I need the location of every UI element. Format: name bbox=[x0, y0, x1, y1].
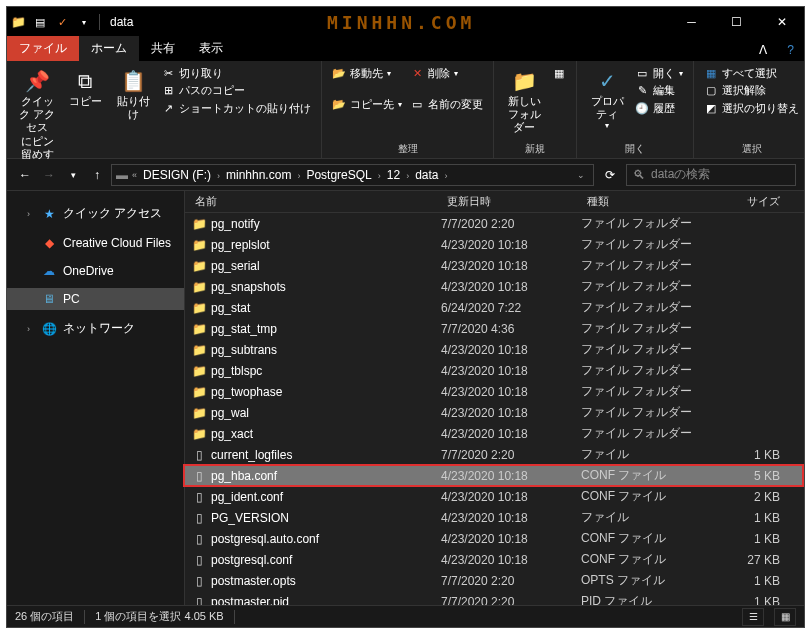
breadcrumb-item[interactable]: data bbox=[413, 168, 440, 182]
select-none-button[interactable]: ▢選択解除 bbox=[704, 82, 799, 99]
titlebar[interactable]: 📁 ▤ ✓ ▾ data MINHHN.COM ─ ☐ ✕ bbox=[7, 7, 804, 37]
folder-icon: 📁 bbox=[189, 385, 209, 399]
col-date[interactable]: 更新日時 bbox=[437, 194, 577, 209]
copy-button[interactable]: ⧉コピー bbox=[61, 63, 109, 112]
breadcrumb-item[interactable]: 12 bbox=[385, 168, 402, 182]
file-row[interactable]: ▯postmaster.pid7/7/2020 2:20PID ファイル1 KB bbox=[185, 591, 804, 605]
drive-icon: ▬ bbox=[116, 168, 128, 182]
file-size: 2 KB bbox=[711, 490, 804, 504]
file-row[interactable]: 📁pg_xact4/23/2020 10:18ファイル フォルダー bbox=[185, 423, 804, 444]
history-button[interactable]: 🕘履歴 bbox=[635, 100, 683, 117]
up-button[interactable]: ↑ bbox=[87, 168, 107, 182]
invert-icon: ◩ bbox=[704, 101, 718, 116]
forward-button[interactable]: → bbox=[39, 168, 59, 182]
file-type: ファイル フォルダー bbox=[581, 362, 711, 379]
ribbon-collapse-icon[interactable]: ᐱ bbox=[749, 39, 777, 61]
file-row[interactable]: 📁pg_snapshots4/23/2020 10:18ファイル フォルダー bbox=[185, 276, 804, 297]
tab-file[interactable]: ファイル bbox=[7, 36, 79, 61]
nav-item-net[interactable]: ›🌐ネットワーク bbox=[7, 316, 184, 341]
file-size: 27 KB bbox=[711, 553, 804, 567]
file-date: 6/24/2020 7:22 bbox=[441, 301, 581, 315]
paste-button[interactable]: 📋貼り付け bbox=[109, 63, 157, 125]
file-row[interactable]: ▯pg_hba.conf4/23/2020 10:18CONF ファイル5 KB bbox=[185, 465, 804, 486]
chevron-right-icon[interactable]: › bbox=[213, 171, 224, 181]
tab-share[interactable]: 共有 bbox=[139, 36, 187, 61]
nav-item-od[interactable]: ☁OneDrive bbox=[7, 260, 184, 282]
file-row[interactable]: 📁pg_twophase4/23/2020 10:18ファイル フォルダー bbox=[185, 381, 804, 402]
select-all-button[interactable]: ▦すべて選択 bbox=[704, 65, 799, 82]
col-size[interactable]: サイズ bbox=[707, 194, 804, 209]
group-label: 新規 bbox=[500, 140, 570, 158]
back-button[interactable]: ← bbox=[15, 168, 35, 182]
file-row[interactable]: 📁pg_subtrans4/23/2020 10:18ファイル フォルダー bbox=[185, 339, 804, 360]
file-name: pg_xact bbox=[209, 427, 441, 441]
invert-selection-button[interactable]: ◩選択の切り替え bbox=[704, 100, 799, 117]
file-row[interactable]: ▯postgresql.conf4/23/2020 10:18CONF ファイル… bbox=[185, 549, 804, 570]
new-folder-button[interactable]: 📁新しい フォルダー bbox=[500, 63, 548, 139]
nav-item-cc[interactable]: ◆Creative Cloud Files bbox=[7, 232, 184, 254]
move-to-button[interactable]: 📂移動先 ▾ bbox=[332, 65, 402, 82]
details-view-button[interactable]: ☰ bbox=[742, 608, 764, 626]
file-row[interactable]: ▯PG_VERSION4/23/2020 10:18ファイル1 KB bbox=[185, 507, 804, 528]
chevron-right-icon[interactable]: › bbox=[374, 171, 385, 181]
open-button[interactable]: ▭開く ▾ bbox=[635, 65, 683, 82]
nav-item-pc[interactable]: 🖥PC bbox=[7, 288, 184, 310]
col-type[interactable]: 種類 bbox=[577, 194, 707, 209]
recent-dropdown[interactable]: ▾ bbox=[63, 170, 83, 180]
file-row[interactable]: ▯current_logfiles7/7/2020 2:20ファイル1 KB bbox=[185, 444, 804, 465]
file-row[interactable]: 📁pg_tblspc4/23/2020 10:18ファイル フォルダー bbox=[185, 360, 804, 381]
maximize-button[interactable]: ☐ bbox=[714, 7, 759, 37]
od-icon: ☁ bbox=[41, 264, 57, 278]
cut-button[interactable]: ✂切り取り bbox=[161, 65, 311, 82]
file-date: 4/23/2020 10:18 bbox=[441, 427, 581, 441]
copy-path-button[interactable]: ⊞パスのコピー bbox=[161, 82, 311, 99]
file-list[interactable]: 📁pg_notify7/7/2020 2:20ファイル フォルダー📁pg_rep… bbox=[185, 213, 804, 605]
file-row[interactable]: 📁pg_stat6/24/2020 7:22ファイル フォルダー bbox=[185, 297, 804, 318]
file-row[interactable]: 📁pg_stat_tmp7/7/2020 4:36ファイル フォルダー bbox=[185, 318, 804, 339]
file-row[interactable]: ▯pg_ident.conf4/23/2020 10:18CONF ファイル2 … bbox=[185, 486, 804, 507]
address-bar[interactable]: ▬ « DESIGN (F:)›minhhn.com›PostgreSQL›12… bbox=[111, 164, 594, 186]
delete-button[interactable]: ✕削除 ▾ bbox=[410, 65, 483, 82]
refresh-button[interactable]: ⟳ bbox=[598, 168, 622, 182]
tab-home[interactable]: ホーム bbox=[79, 36, 139, 61]
file-name: postmaster.opts bbox=[209, 574, 441, 588]
file-row[interactable]: ▯postgresql.auto.conf4/23/2020 10:18CONF… bbox=[185, 528, 804, 549]
file-type: ファイル bbox=[581, 509, 711, 526]
tab-view[interactable]: 表示 bbox=[187, 36, 235, 61]
navigation-pane[interactable]: ›★クイック アクセス◆Creative Cloud Files☁OneDriv… bbox=[7, 191, 185, 605]
nav-item-star[interactable]: ›★クイック アクセス bbox=[7, 201, 184, 226]
breadcrumb-item[interactable]: DESIGN (F:) bbox=[141, 168, 213, 182]
edit-button[interactable]: ✎編集 bbox=[635, 82, 683, 99]
chevron-right-icon[interactable]: › bbox=[440, 171, 451, 181]
ribbon: 📌クイック アクセス にピン留めする ⧉コピー 📋貼り付け ✂切り取り ⊞パスの… bbox=[7, 61, 804, 159]
help-icon[interactable]: ? bbox=[777, 39, 804, 61]
file-type: ファイル フォルダー bbox=[581, 425, 711, 442]
address-dropdown-icon[interactable]: ⌄ bbox=[573, 170, 589, 180]
qat-newfolder-icon[interactable]: ✓ bbox=[51, 16, 73, 29]
chevron-right-icon[interactable]: › bbox=[293, 171, 304, 181]
close-button[interactable]: ✕ bbox=[759, 7, 804, 37]
rename-button[interactable]: ▭名前の変更 bbox=[410, 96, 483, 113]
file-row[interactable]: 📁pg_notify7/7/2020 2:20ファイル フォルダー bbox=[185, 213, 804, 234]
qat-properties-icon[interactable]: ▤ bbox=[29, 16, 51, 29]
minimize-button[interactable]: ─ bbox=[669, 7, 714, 37]
copy-to-button[interactable]: 📂コピー先 ▾ bbox=[332, 96, 402, 113]
search-box[interactable]: 🔍︎ dataの検索 bbox=[626, 164, 796, 186]
breadcrumb-item[interactable]: minhhn.com bbox=[224, 168, 293, 182]
col-name[interactable]: 名前 bbox=[185, 194, 437, 209]
new-item-button[interactable]: ▦ bbox=[552, 65, 566, 82]
chevron-right-icon[interactable]: « bbox=[128, 170, 141, 180]
delete-icon: ✕ bbox=[410, 66, 424, 81]
file-row[interactable]: 📁pg_replslot4/23/2020 10:18ファイル フォルダー bbox=[185, 234, 804, 255]
net-icon: 🌐 bbox=[41, 322, 57, 336]
chevron-right-icon[interactable]: › bbox=[402, 171, 413, 181]
icons-view-button[interactable]: ▦ bbox=[774, 608, 796, 626]
file-row[interactable]: ▯postmaster.opts7/7/2020 2:20OPTS ファイル1 … bbox=[185, 570, 804, 591]
paste-shortcut-button[interactable]: ↗ショートカットの貼り付け bbox=[161, 100, 311, 117]
column-headers[interactable]: 名前 更新日時 種類 サイズ bbox=[185, 191, 804, 213]
properties-button[interactable]: ✓プロパティ▾ bbox=[583, 63, 631, 135]
file-row[interactable]: 📁pg_serial4/23/2020 10:18ファイル フォルダー bbox=[185, 255, 804, 276]
file-row[interactable]: 📁pg_wal4/23/2020 10:18ファイル フォルダー bbox=[185, 402, 804, 423]
breadcrumb-item[interactable]: PostgreSQL bbox=[304, 168, 373, 182]
qat-dropdown-icon[interactable]: ▾ bbox=[73, 18, 95, 27]
